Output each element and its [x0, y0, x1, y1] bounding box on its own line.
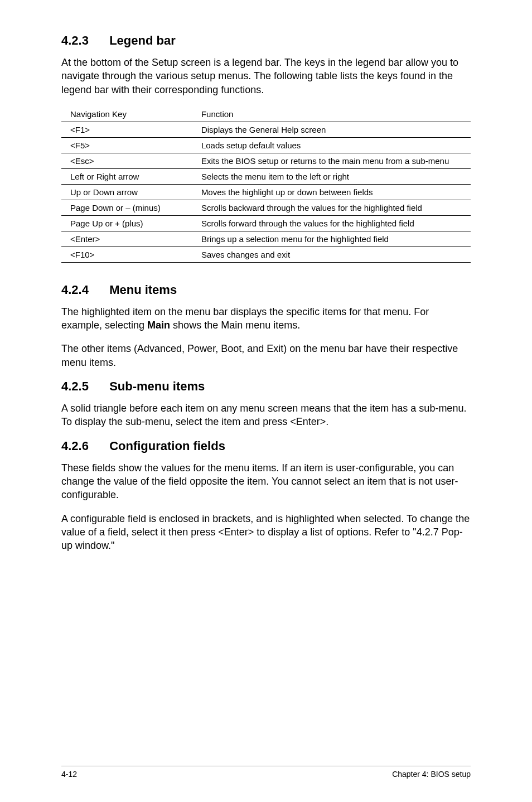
paragraph: A solid triangle before each item on any…	[61, 402, 471, 429]
paragraph: These fields show the values for the men…	[61, 461, 471, 502]
nav-key: <Enter>	[61, 231, 192, 247]
page-number: 4-12	[61, 770, 77, 779]
table-row: Up or Down arrow Moves the highlight up …	[61, 184, 471, 200]
legend-table: Navigation Key Function <F1> Displays th…	[61, 107, 471, 263]
nav-func: Scrolls forward through the values for t…	[192, 215, 471, 231]
nav-func: Exits the BIOS setup or returns to the m…	[192, 153, 471, 168]
paragraph: At the bottom of the Setup screen is a l…	[61, 56, 471, 96]
heading-number: 4.2.5	[61, 379, 106, 394]
table-header-row: Navigation Key Function	[61, 107, 471, 122]
heading-number: 4.2.6	[61, 439, 106, 453]
heading-title: Menu items	[109, 283, 177, 297]
heading-425: 4.2.5 Sub-menu items	[61, 379, 471, 394]
paragraph: A configurable field is enclosed in brac…	[61, 512, 471, 553]
table-row: <F1> Displays the General Help screen	[61, 122, 471, 137]
heading-426: 4.2.6 Configuration fields	[61, 439, 471, 453]
heading-number: 4.2.3	[61, 33, 106, 48]
nav-key: <F10>	[61, 247, 192, 262]
table-row: <Enter> Brings up a selection menu for t…	[61, 231, 471, 247]
nav-key: Page Down or – (minus)	[61, 200, 192, 215]
nav-key: Left or Right arrow	[61, 168, 192, 184]
paragraph: The highlighted item on the menu bar dis…	[61, 305, 471, 332]
heading-title: Legend bar	[109, 33, 176, 47]
table-row: <Esc> Exits the BIOS setup or returns to…	[61, 153, 471, 168]
table-header: Function	[192, 107, 471, 122]
table-row: <F5> Loads setup default values	[61, 137, 471, 153]
nav-func: Moves the highlight up or down between f…	[192, 184, 471, 200]
heading-title: Sub-menu items	[109, 379, 205, 393]
nav-key: <Esc>	[61, 153, 192, 168]
paragraph: The other items (Advanced, Power, Boot, …	[61, 342, 471, 369]
heading-title: Configuration fields	[109, 439, 225, 453]
nav-func: Saves changes and exit	[192, 247, 471, 262]
nav-func: Loads setup default values	[192, 137, 471, 153]
heading-number: 4.2.4	[61, 283, 106, 297]
page-footer: 4-12 Chapter 4: BIOS setup	[61, 766, 471, 779]
nav-func: Scrolls backward through the values for …	[192, 200, 471, 215]
text: shows the Main menu items.	[170, 320, 300, 331]
chapter-label: Chapter 4: BIOS setup	[392, 770, 471, 779]
table-row: <F10> Saves changes and exit	[61, 247, 471, 262]
strong-text: Main	[147, 320, 170, 331]
nav-key: <F1>	[61, 122, 192, 137]
nav-key: <F5>	[61, 137, 192, 153]
table-header: Navigation Key	[61, 107, 192, 122]
table-row: Page Down or – (minus) Scrolls backward …	[61, 200, 471, 215]
table-row: Left or Right arrow Selects the menu ite…	[61, 168, 471, 184]
nav-key: Up or Down arrow	[61, 184, 192, 200]
nav-func: Brings up a selection menu for the highl…	[192, 231, 471, 247]
heading-424: 4.2.4 Menu items	[61, 283, 471, 297]
nav-func: Displays the General Help screen	[192, 122, 471, 137]
nav-func: Selects the menu item to the left or rig…	[192, 168, 471, 184]
nav-key: Page Up or + (plus)	[61, 215, 192, 231]
table-row: Page Up or + (plus) Scrolls forward thro…	[61, 215, 471, 231]
heading-423: 4.2.3 Legend bar	[61, 33, 471, 48]
